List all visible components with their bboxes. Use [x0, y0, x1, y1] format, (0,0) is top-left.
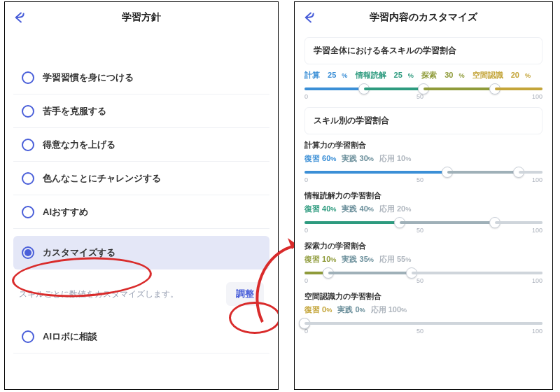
back-arrow-icon [303, 10, 318, 25]
header: 学習内容のカスタマイズ [295, 2, 552, 33]
policy-option[interactable]: 学習習慣を身につける [13, 61, 270, 94]
radio-icon [22, 172, 34, 185]
back-arrow-icon [13, 10, 29, 25]
scale: 050100 [304, 176, 542, 183]
radio-icon [22, 105, 34, 118]
scale: 050100 [304, 328, 542, 335]
policy-option[interactable]: AIロボに相談 [13, 320, 270, 354]
header: 学習方針 [5, 2, 278, 33]
overall-legend: 計算 25% 情報読解 25% 探索 30% 空間認識 20% [304, 70, 542, 80]
page-title: 学習内容のカスタマイズ [370, 11, 477, 24]
page-title: 学習方針 [122, 11, 161, 24]
learning-policy-pane: 学習方針 学習習慣を身につける 苦手を克服する 得意な力を上げる 色んなことにチ… [4, 1, 279, 390]
hint-text: スキルごとに数値をカスタマイズします。 [19, 288, 226, 300]
policy-option[interactable]: 苦手を克服する [13, 94, 270, 128]
radio-icon [22, 71, 34, 84]
skill-slider[interactable] [304, 272, 542, 274]
skill-legend: 復習 60%実践 30%応用 10% [304, 153, 542, 164]
radio-icon [22, 246, 34, 259]
section-header: 学習全体における各スキルの学習割合 [304, 37, 542, 64]
skill-title: 計算力の学習割合 [304, 140, 542, 150]
radio-icon [22, 139, 34, 151]
adjust-button[interactable]: 調整 [226, 282, 264, 306]
scale: 050100 [304, 227, 542, 234]
policy-option[interactable]: 得意な力を上げる [13, 128, 270, 162]
skill-legend: 復習 40%実践 40%応用 20% [304, 204, 542, 214]
skill-title: 探索力の学習割合 [304, 241, 542, 251]
skill-slider[interactable] [304, 322, 542, 325]
policy-option[interactable]: 色んなことにチャレンジする [13, 162, 270, 195]
back-button[interactable] [12, 8, 30, 27]
skill-legend: 復習 0%実践 0%応用 100% [304, 304, 542, 315]
skill-title: 情報読解力の学習割合 [304, 190, 542, 201]
radio-icon [22, 330, 34, 343]
skill-slider[interactable] [304, 221, 542, 224]
section-header: スキル別の学習割合 [304, 107, 542, 134]
scale: 050100 [304, 277, 542, 284]
skill-title: 空間認識力の学習割合 [304, 291, 542, 302]
skill-slider[interactable] [304, 171, 542, 174]
back-button[interactable] [302, 8, 320, 27]
skill-legend: 復習 10%実践 35%応用 55% [304, 254, 542, 265]
customize-pane: 学習内容のカスタマイズ 学習全体における各スキルの学習割合 計算 25% 情報読… [294, 1, 553, 390]
hint-row: スキルごとに数値をカスタマイズします。 調整 [13, 270, 270, 320]
overall-slider[interactable] [304, 88, 542, 90]
policy-option-customize[interactable]: カスタマイズする [13, 236, 270, 270]
radio-icon [22, 206, 34, 218]
policy-option[interactable]: AIおすすめ [13, 195, 270, 229]
